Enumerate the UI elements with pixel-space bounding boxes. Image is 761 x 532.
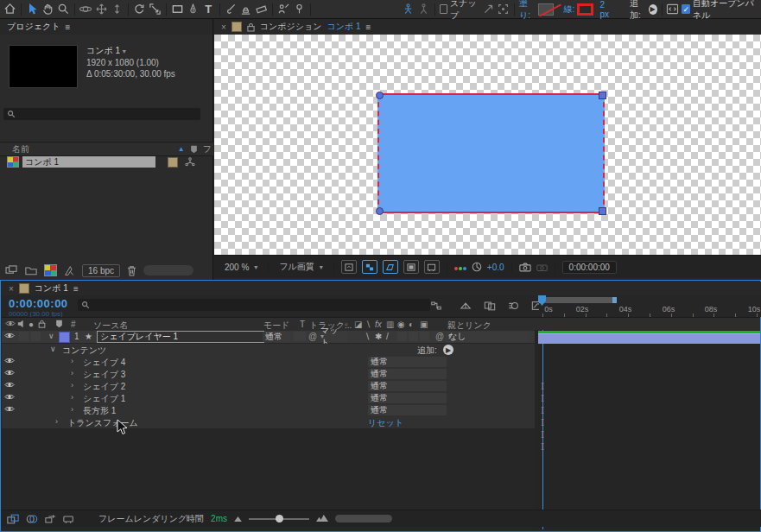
effects-switch-icon[interactable]: ✱ <box>375 332 382 341</box>
project-item-row[interactable]: コンポ 1 <box>0 155 213 168</box>
eraser-tool-icon[interactable] <box>255 2 268 17</box>
brush-tool-icon[interactable] <box>224 2 237 17</box>
pen-tool-icon[interactable] <box>187 2 200 17</box>
parent-pickwhip-icon[interactable]: @ <box>435 332 444 341</box>
auto-open-panel-checkbox[interactable]: ✓ <box>682 4 690 14</box>
contents-group-row[interactable]: ∨ コンテンツ 追加: ▶ <box>2 344 535 357</box>
composition-viewer[interactable] <box>214 35 761 255</box>
selection-handle-top-right[interactable] <box>599 92 606 99</box>
layer-row[interactable]: ∨ 1 ★ シェイプレイヤー 1 通常▾ @ マット▾ ∖ ✱ / @ なし▾ <box>2 331 535 344</box>
shape-group-label[interactable]: シェイプ 4 <box>83 357 125 369</box>
parent-link-dropdown[interactable]: なし▾ <box>446 332 529 342</box>
eye-icon[interactable] <box>4 369 15 377</box>
pan-camera-tool-icon[interactable] <box>95 2 108 17</box>
panel-menu-icon[interactable]: ≡ <box>73 284 79 294</box>
draft-3d-icon[interactable] <box>460 301 472 311</box>
frame-blend-column-icon[interactable]: ▥ <box>386 320 394 329</box>
layer-expand-chevron-icon[interactable]: ∨ <box>48 332 54 340</box>
shape-blend-mode-dropdown[interactable]: 通常▾ <box>368 357 447 367</box>
timeline-zoom-slider[interactable] <box>249 518 309 520</box>
track-matte-dropdown[interactable]: マット▾ <box>318 332 347 342</box>
shape-group-row[interactable]: › シェイプ 2 通常▾ <box>2 380 535 393</box>
pan-behind-tool-icon[interactable] <box>149 2 162 17</box>
parent-link-column-header[interactable]: 親とリンク <box>447 320 491 332</box>
close-icon[interactable]: × <box>9 284 14 294</box>
expand-chevron-icon[interactable]: › <box>71 393 73 402</box>
mask-visibility-icon[interactable] <box>383 260 398 274</box>
frame-blend-switch-icon[interactable]: / <box>386 332 389 341</box>
add-shape-menu-icon[interactable]: ▶ <box>649 4 657 15</box>
layer-name-input[interactable]: シェイプレイヤー 1 <box>97 331 264 343</box>
project-search-input[interactable] <box>3 108 200 120</box>
rotation-tool-icon[interactable] <box>133 2 146 17</box>
switch-cell[interactable] <box>397 332 407 341</box>
stroke-color-swatch[interactable] <box>577 3 593 16</box>
clone-stamp-tool-icon[interactable] <box>239 2 252 17</box>
name-column-header[interactable]: 名前 <box>12 143 29 155</box>
selection-handle-bottom-left[interactable] <box>376 207 384 215</box>
stroke-label[interactable]: 線: <box>563 3 574 16</box>
expand-in-out-icon[interactable] <box>45 514 56 524</box>
preview-timecode[interactable]: 0:00:00:00 <box>562 261 617 274</box>
collapse-column-icon[interactable]: ◪ <box>354 320 362 329</box>
bit-depth-button[interactable]: 16 bpc <box>82 264 120 277</box>
preview-options-icon[interactable] <box>341 260 357 274</box>
magnification-dropdown[interactable]: 200 %▾ <box>221 262 261 273</box>
fill-color-swatch[interactable] <box>538 3 554 16</box>
stroke-width-value[interactable]: 2 px <box>599 0 613 19</box>
label-color-swatch[interactable] <box>168 157 178 168</box>
shape-group-row[interactable]: › シェイプ 1 通常▾ <box>2 392 535 405</box>
limb-tool-icon[interactable] <box>417 2 430 17</box>
shape-blend-mode-dropdown[interactable]: 通常▾ <box>368 369 447 379</box>
close-icon[interactable]: × <box>221 22 226 32</box>
project-tab[interactable]: プロジェクト <box>7 21 60 33</box>
fill-label[interactable]: 塗り: <box>519 0 536 22</box>
exposure-value[interactable]: +0.0 <box>487 263 504 272</box>
quality-switch-icon[interactable]: ∖ <box>365 332 370 341</box>
sort-ascending-icon[interactable]: ▲ <box>178 145 185 153</box>
zoom-out-mountain-icon[interactable] <box>234 514 242 523</box>
rectangle-group-row[interactable]: › 長方形 1 通常▾ <box>2 404 535 417</box>
resolution-dropdown[interactable]: フル画質▾ <box>276 260 326 274</box>
timeline-comp-tab[interactable]: コンポ 1 <box>35 282 68 294</box>
add-property-label[interactable]: 追加: <box>417 345 437 357</box>
trash-icon[interactable] <box>127 265 136 276</box>
quality-column-icon[interactable]: ∖ <box>365 320 371 329</box>
orbit-camera-tool-icon[interactable] <box>79 2 92 17</box>
composition-mini-flowchart-icon[interactable] <box>430 301 442 311</box>
expand-chevron-icon[interactable]: ∨ <box>50 345 56 353</box>
mode-column-header[interactable]: モード <box>263 320 289 332</box>
timeline-search-input[interactable] <box>78 299 430 311</box>
effects-column-icon[interactable]: fx <box>375 320 382 329</box>
shape-group-label[interactable]: シェイプ 2 <box>83 381 125 393</box>
expand-layer-switches-icon[interactable] <box>7 514 19 524</box>
add-property-menu-icon[interactable]: ▶ <box>443 345 453 355</box>
comp-name[interactable]: コンポ 1 <box>86 46 120 55</box>
motion-blur-column-icon[interactable]: ◉ <box>397 320 405 329</box>
expand-chevron-icon[interactable]: › <box>55 417 58 426</box>
panel-menu-icon[interactable]: ≡ <box>366 22 371 32</box>
eye-icon[interactable] <box>4 393 15 401</box>
channel-icon[interactable] <box>454 263 466 272</box>
label-column-icon[interactable] <box>55 320 63 328</box>
show-snapshot-icon[interactable] <box>536 263 548 272</box>
horizontal-scrollbar-thumb[interactable] <box>335 515 392 522</box>
threed-column-icon[interactable]: ▣ <box>420 320 428 329</box>
shape-blend-mode-dropdown[interactable]: 通常▾ <box>368 381 447 391</box>
region-of-interest-icon[interactable] <box>403 260 419 274</box>
am-toggle-icon[interactable] <box>63 514 74 524</box>
snap-checkbox[interactable] <box>440 4 447 14</box>
shape-group-label[interactable]: シェイプ 3 <box>83 369 125 381</box>
panel-resize-handle[interactable] <box>143 265 193 276</box>
zoom-in-mountain-icon[interactable] <box>316 514 328 523</box>
shape-group-row[interactable]: › シェイプ 4 通常▾ <box>2 356 535 369</box>
expand-chevron-icon[interactable]: › <box>71 357 73 365</box>
snap-options-icon[interactable] <box>482 2 495 17</box>
work-area-bar[interactable] <box>539 297 617 303</box>
home-tool-icon[interactable] <box>3 2 16 17</box>
solo-cell[interactable] <box>31 332 41 341</box>
source-name-column-header[interactable]: ソース名 <box>93 320 128 332</box>
expand-chevron-icon[interactable]: › <box>71 369 73 377</box>
time-ruler[interactable]: 0s 02s 04s 06s 08s 10s <box>539 295 761 317</box>
joint-tool-icon[interactable] <box>402 2 415 17</box>
